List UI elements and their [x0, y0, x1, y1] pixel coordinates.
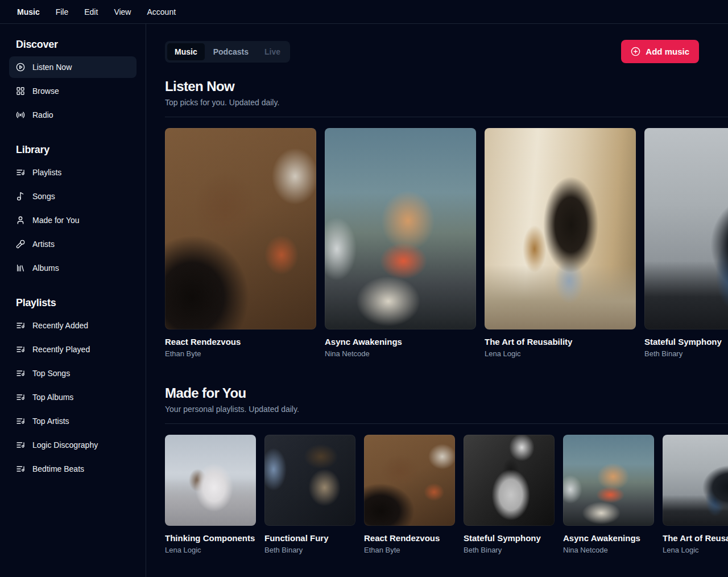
album-cover-stateful-symphony-bw[interactable]	[464, 435, 555, 526]
sidebar-item-label: Radio	[32, 110, 53, 119]
album-title: The Art of Reusability	[663, 533, 728, 543]
tab-live: Live	[257, 43, 288, 60]
sidebar-item-top-albums[interactable]: Top Albums	[9, 386, 136, 408]
sidebar-item-label: Bedtime Beats	[32, 464, 84, 473]
made-for-you-album-row: Thinking ComponentsLena LogicFunctional …	[165, 435, 728, 554]
made-for-you-title: Made for You	[165, 385, 728, 401]
album-artist: Ethan Byte	[364, 546, 455, 554]
sidebar-item-songs[interactable]: Songs	[9, 186, 136, 207]
sidebar-item-label: Logic Discography	[32, 440, 98, 450]
sidebar-section-discover: DiscoverListen NowBrowseRadio	[9, 39, 136, 126]
topbar: MusicPodcastsLive Add music	[165, 40, 728, 63]
sidebar-section-playlists: PlaylistsRecently AddedRecently PlayedTo…	[9, 297, 136, 480]
sidebar-item-recently-played[interactable]: Recently Played	[9, 339, 136, 360]
made-for-you-subtitle: Your personal playlists. Updated daily.	[165, 405, 728, 414]
sidebar-item-label: Top Albums	[32, 393, 73, 402]
sidebar-item-artists[interactable]: Artists	[9, 233, 136, 255]
album-artist: Beth Binary	[264, 546, 355, 554]
tab-music[interactable]: Music	[167, 43, 205, 60]
album-cover-art-of-reusability[interactable]	[485, 128, 636, 329]
sidebar-item-logic-discography[interactable]: Logic Discography	[9, 434, 136, 456]
menubar: MusicFileEditViewAccount	[0, 0, 728, 24]
menu-item-edit[interactable]: Edit	[77, 5, 105, 19]
list-music-icon	[16, 321, 25, 330]
album-artist: Ethan Byte	[165, 349, 316, 358]
sidebar-section-library: LibraryPlaylistsSongsMade for YouArtists…	[9, 144, 136, 279]
add-music-button[interactable]: Add music	[621, 40, 699, 63]
sidebar-item-label: Recently Added	[32, 321, 88, 330]
sidebar-item-label: Albums	[32, 263, 59, 273]
sidebar-section-title: Playlists	[9, 297, 136, 309]
album-card-stateful-symphony: Stateful SymphonyBeth Binary	[644, 128, 728, 358]
album-title: Async Awakenings	[325, 337, 476, 347]
sidebar-item-albums[interactable]: Albums	[9, 257, 136, 279]
play-circle-icon	[16, 63, 25, 72]
album-card-react-rendezvous: React RendezvousEthan Byte	[165, 128, 316, 358]
album-cover-stateful-symphony[interactable]	[644, 128, 728, 329]
album-card-stateful-symphony: Stateful SymphonyBeth Binary	[464, 435, 555, 554]
album-cover-async-awakenings[interactable]	[563, 435, 654, 526]
music-note-icon	[16, 192, 25, 201]
album-cover-thinking-components[interactable]	[165, 435, 256, 526]
list-music-icon	[16, 393, 25, 402]
menu-item-view[interactable]: View	[106, 5, 138, 19]
album-title: Async Awakenings	[563, 533, 654, 543]
sidebar-item-playlists[interactable]: Playlists	[9, 162, 136, 183]
sidebar-item-listen-now[interactable]: Listen Now	[9, 56, 136, 78]
list-music-icon	[16, 369, 25, 378]
album-title: Thinking Components	[165, 533, 256, 543]
album-artist: Lena Logic	[165, 546, 256, 554]
menu-item-account[interactable]: Account	[139, 5, 183, 19]
user-icon	[16, 216, 25, 225]
add-music-label: Add music	[646, 47, 689, 56]
album-card-the-art-of-reusability: The Art of ReusabilityLena Logic	[663, 435, 728, 554]
sidebar-item-label: Songs	[32, 192, 55, 201]
sidebar-item-label: Recently Played	[32, 345, 90, 354]
plus-circle-icon	[631, 47, 640, 56]
album-title: The Art of Reusability	[485, 337, 636, 347]
tab-podcasts[interactable]: Podcasts	[206, 43, 256, 60]
sidebar-item-top-artists[interactable]: Top Artists	[9, 410, 136, 432]
album-cover-react-rendezvous[interactable]	[364, 435, 455, 526]
album-artist: Beth Binary	[464, 546, 555, 554]
sidebar: DiscoverListen NowBrowseRadioLibraryPlay…	[0, 24, 146, 577]
album-cover-react-rendezvous[interactable]	[165, 128, 316, 329]
separator	[165, 117, 728, 117]
made-for-you-section: Made for You Your personal playlists. Up…	[165, 385, 728, 554]
sidebar-item-label: Top Songs	[32, 369, 70, 378]
album-artist: Lena Logic	[485, 349, 636, 358]
listen-now-title: Listen Now	[165, 79, 728, 94]
sidebar-item-top-songs[interactable]: Top Songs	[9, 362, 136, 384]
list-music-icon	[16, 417, 25, 426]
library-icon	[16, 263, 25, 273]
sidebar-item-bedtime-beats[interactable]: Bedtime Beats	[9, 458, 136, 480]
sidebar-item-radio[interactable]: Radio	[9, 104, 136, 126]
album-artist: Nina Netcode	[563, 546, 654, 554]
sidebar-section-title: Discover	[9, 39, 136, 51]
album-artist: Nina Netcode	[325, 349, 476, 358]
main-content: MusicPodcastsLive Add music Listen Now T…	[146, 24, 728, 577]
sidebar-item-label: Playlists	[32, 168, 61, 177]
album-card-thinking-components: Thinking ComponentsLena Logic	[165, 435, 256, 554]
sidebar-section-title: Library	[9, 144, 136, 156]
album-title: Functional Fury	[264, 533, 355, 543]
mic-icon	[16, 240, 25, 249]
menu-item-music[interactable]: Music	[10, 5, 47, 19]
listen-now-album-row: React RendezvousEthan ByteAsync Awakenin…	[165, 128, 728, 358]
sidebar-item-label: Browse	[32, 86, 59, 96]
album-cover-async-awakenings[interactable]	[325, 128, 476, 329]
sidebar-item-label: Listen Now	[32, 63, 72, 72]
sidebar-item-made-for-you[interactable]: Made for You	[9, 209, 136, 231]
sidebar-item-label: Made for You	[32, 216, 80, 225]
content-tabs: MusicPodcastsLive	[165, 41, 290, 63]
sidebar-item-browse[interactable]: Browse	[9, 80, 136, 102]
album-title: React Rendezvous	[364, 533, 455, 543]
list-music-icon	[16, 464, 25, 473]
list-music-icon	[16, 345, 25, 354]
album-cover-functional-fury[interactable]	[264, 435, 355, 526]
music-app-window: MusicFileEditViewAccount DiscoverListen …	[0, 0, 728, 577]
album-cover-stateful-symphony[interactable]	[663, 435, 728, 526]
menu-item-file[interactable]: File	[48, 5, 76, 19]
sidebar-item-recently-added[interactable]: Recently Added	[9, 315, 136, 336]
sidebar-item-label: Top Artists	[32, 417, 69, 426]
